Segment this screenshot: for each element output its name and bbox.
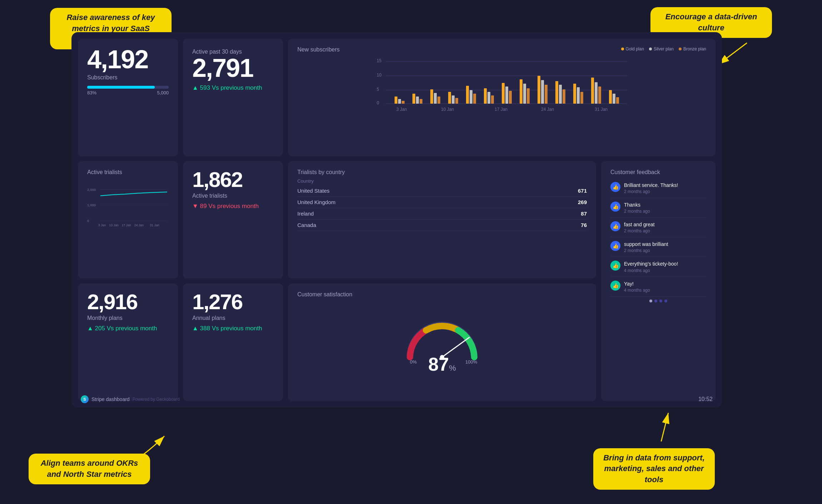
svg-rect-28 (487, 92, 490, 104)
country-count-ie: 87 (581, 211, 587, 217)
country-name-ca: Canada (297, 222, 316, 228)
feedback-icon-5: 👍 (610, 261, 620, 271)
country-column-header: Country (297, 178, 587, 184)
satisfaction-title: Customer satisfaction (297, 291, 587, 298)
feedback-time-6: 4 months ago (624, 288, 650, 293)
feedback-icon-1: 👍 (610, 182, 620, 192)
svg-text:3 Jan: 3 Jan (98, 223, 106, 227)
up-arrow-annual: ▲ (192, 325, 198, 332)
subscribers-value: 4,192 (87, 46, 169, 72)
svg-rect-16 (502, 83, 505, 104)
svg-rect-11 (412, 94, 415, 104)
svg-rect-38 (437, 97, 440, 104)
feedback-icon-2: 👍 (610, 202, 620, 212)
satisfaction-card: Customer satisfaction 0% 100% 87 % (288, 283, 596, 401)
svg-rect-18 (538, 76, 540, 104)
trialists-label: Active trialists (192, 193, 274, 199)
up-arrow-icon: ▲ (192, 84, 198, 91)
svg-text:0%: 0% (410, 359, 417, 364)
dashboard: 4,192 Subscribers 83% 5,000 Active past … (71, 32, 722, 407)
annual-change-value: 388 (200, 325, 210, 332)
gold-label: Gold plan (626, 46, 644, 51)
bronze-dot (679, 48, 682, 50)
monthly-plans-card: 2,916 Monthly plans ▲ 205 Vs previous mo… (78, 283, 178, 401)
svg-rect-12 (430, 89, 433, 104)
progress-bar-container (87, 86, 169, 89)
feedback-item-4: 👍 support was brilliant 2 months ago (610, 237, 706, 257)
svg-rect-10 (395, 97, 397, 104)
feedback-content-6: Yay! 4 months ago (624, 281, 650, 293)
svg-text:0: 0 (87, 219, 89, 223)
svg-rect-25 (434, 93, 437, 104)
svg-text:0: 0 (377, 100, 379, 105)
svg-rect-34 (595, 82, 598, 104)
svg-rect-29 (505, 87, 508, 104)
active-users-card: Active past 30 days 2,791 ▲ 593 Vs previ… (183, 39, 283, 156)
svg-rect-26 (452, 95, 455, 104)
svg-rect-35 (613, 94, 615, 104)
svg-rect-22 (609, 90, 612, 104)
dashboard-footer: S Stripe dashboard Powered by Geckoboard… (71, 391, 722, 407)
feedback-time-4: 2 months ago (624, 248, 668, 253)
monthly-plans-change: ▲ 205 Vs previous month (87, 325, 169, 332)
satisfaction-value: 87 (428, 354, 449, 375)
active-users-change-label: Vs previous month (212, 84, 262, 91)
bronze-label: Bronze plan (683, 46, 706, 51)
feedback-time-1: 2 months ago (624, 189, 678, 194)
annotation-bottom-left: Align teams around OKRs and North Star m… (29, 454, 150, 484)
feedback-time-3: 2 months ago (624, 228, 655, 233)
active-users-change: ▲ 593 Vs previous month (192, 84, 274, 92)
svg-rect-43 (527, 88, 530, 104)
page-dot-2 (654, 300, 657, 302)
down-arrow-icon: ▼ (192, 203, 198, 209)
feedback-icon-4: 👍 (610, 241, 620, 251)
svg-rect-41 (491, 95, 494, 104)
feedback-text-5: Everything's tickety-boo! (624, 261, 678, 267)
svg-text:10 Jan: 10 Jan (441, 107, 454, 112)
legend-silver: Silver plan (649, 46, 674, 51)
page-dot-1 (649, 300, 652, 302)
feedback-item-6: 👍 Yay! 4 months ago (610, 277, 706, 297)
svg-rect-44 (545, 85, 548, 104)
footer-brand: S Stripe dashboard Powered by Geckoboard (81, 395, 180, 403)
svg-rect-15 (484, 88, 487, 104)
svg-rect-31 (541, 80, 544, 104)
svg-rect-48 (616, 97, 619, 104)
feedback-text-4: support was brilliant (624, 241, 668, 247)
country-name-uk: United Kingdom (297, 199, 336, 205)
customer-feedback-title: Customer feedback (610, 169, 706, 176)
svg-rect-19 (555, 81, 558, 104)
svg-text:31 Jan: 31 Jan (150, 223, 159, 227)
svg-rect-21 (591, 78, 594, 104)
svg-text:17 Jan: 17 Jan (495, 107, 507, 112)
silver-label: Silver plan (654, 46, 674, 51)
svg-rect-20 (573, 84, 576, 104)
legend-gold: Gold plan (621, 46, 644, 51)
active-users-value: 2,791 (192, 55, 274, 81)
gauge-container: 0% 100% 87 % (297, 301, 587, 392)
monthly-change-value: 205 (95, 325, 105, 332)
progress-max: 5,000 (157, 90, 169, 95)
trialists-chart-card: Active trialists 2,000 1,000 0 3 Jan 10 … (78, 161, 178, 279)
satisfaction-display: 87 % (428, 361, 456, 375)
trialists-country-card: Trialists by country Country United Stat… (288, 161, 596, 279)
svg-rect-30 (523, 84, 526, 104)
svg-text:31 Jan: 31 Jan (595, 107, 608, 112)
feedback-content-5: Everything's tickety-boo! 4 months ago (624, 261, 678, 273)
feedback-item-3: 👍 fast and great 2 months ago (610, 218, 706, 237)
trialists-number-card: 1,862 Active trialists ▼ 89 Vs previous … (183, 161, 283, 279)
footer-brand-name: Stripe dashboard (91, 396, 130, 402)
country-row-ie: Ireland 87 (297, 208, 587, 219)
feedback-text-6: Yay! (624, 281, 650, 287)
feedback-content-4: support was brilliant 2 months ago (624, 241, 668, 253)
svg-rect-42 (509, 91, 512, 104)
country-row-uk: United Kingdom 269 (297, 197, 587, 208)
svg-rect-24 (416, 97, 419, 104)
feedback-text-3: fast and great (624, 221, 655, 228)
trialists-change: ▼ 89 Vs previous month (192, 203, 274, 210)
svg-rect-39 (455, 98, 458, 104)
svg-rect-40 (473, 94, 476, 104)
subscribers-card: 4,192 Subscribers 83% 5,000 (78, 39, 178, 156)
svg-rect-45 (563, 89, 565, 104)
progress-pct: 83% (87, 90, 96, 95)
